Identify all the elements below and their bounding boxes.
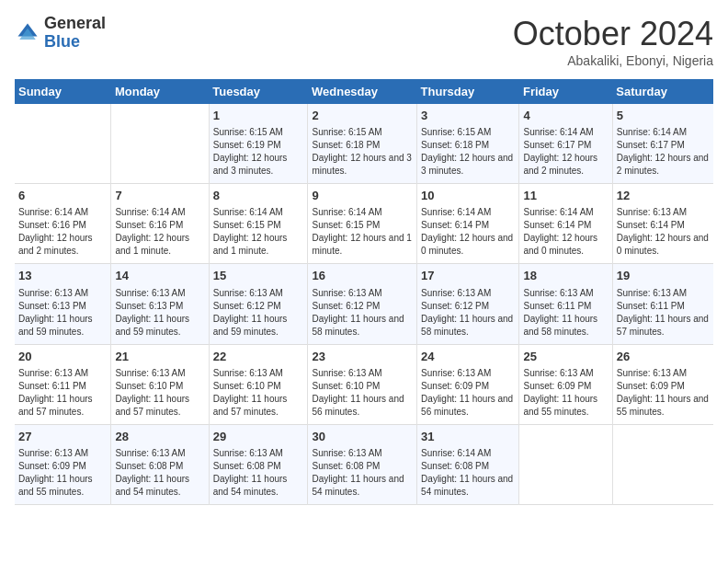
calendar-cell: 14Sunrise: 6:13 AM Sunset: 6:13 PM Dayli… (111, 264, 209, 344)
calendar-cell: 23Sunrise: 6:13 AM Sunset: 6:10 PM Dayli… (308, 344, 417, 424)
day-number: 13 (18, 268, 107, 284)
calendar-cell (519, 424, 612, 504)
calendar-cell: 11Sunrise: 6:14 AM Sunset: 6:14 PM Dayli… (519, 184, 612, 264)
day-number: 3 (421, 108, 515, 124)
calendar-cell: 10Sunrise: 6:14 AM Sunset: 6:14 PM Dayli… (417, 184, 519, 264)
day-number: 18 (523, 268, 608, 284)
location-subtitle: Abakaliki, Ebonyi, Nigeria (513, 53, 713, 68)
calendar-cell: 27Sunrise: 6:13 AM Sunset: 6:09 PM Dayli… (15, 424, 111, 504)
day-number: 25 (523, 349, 608, 365)
day-info: Sunrise: 6:13 AM Sunset: 6:12 PM Dayligh… (312, 287, 413, 339)
calendar-cell: 7Sunrise: 6:14 AM Sunset: 6:16 PM Daylig… (111, 184, 209, 264)
day-info: Sunrise: 6:13 AM Sunset: 6:12 PM Dayligh… (421, 287, 515, 339)
day-number: 4 (523, 108, 608, 124)
day-number: 29 (213, 429, 304, 445)
calendar-week-row: 1Sunrise: 6:15 AM Sunset: 6:19 PM Daylig… (15, 104, 713, 184)
col-friday: Friday (519, 79, 612, 104)
calendar-cell: 12Sunrise: 6:13 AM Sunset: 6:14 PM Dayli… (612, 184, 713, 264)
day-number: 9 (312, 188, 413, 204)
calendar-cell: 13Sunrise: 6:13 AM Sunset: 6:13 PM Dayli… (15, 264, 111, 344)
calendar-cell: 17Sunrise: 6:13 AM Sunset: 6:12 PM Dayli… (417, 264, 519, 344)
calendar-cell: 25Sunrise: 6:13 AM Sunset: 6:09 PM Dayli… (519, 344, 612, 424)
calendar-week-row: 6Sunrise: 6:14 AM Sunset: 6:16 PM Daylig… (15, 184, 713, 264)
calendar-cell: 26Sunrise: 6:13 AM Sunset: 6:09 PM Dayli… (612, 344, 713, 424)
calendar-cell: 16Sunrise: 6:13 AM Sunset: 6:12 PM Dayli… (308, 264, 417, 344)
calendar-cell: 29Sunrise: 6:13 AM Sunset: 6:08 PM Dayli… (209, 424, 308, 504)
day-number: 24 (421, 349, 515, 365)
title-area: October 2024 Abakaliki, Ebonyi, Nigeria (513, 15, 713, 68)
day-number: 1 (213, 108, 304, 124)
calendar-cell: 9Sunrise: 6:14 AM Sunset: 6:15 PM Daylig… (308, 184, 417, 264)
day-number: 27 (18, 429, 107, 445)
day-info: Sunrise: 6:14 AM Sunset: 6:14 PM Dayligh… (421, 206, 515, 258)
calendar-week-row: 27Sunrise: 6:13 AM Sunset: 6:09 PM Dayli… (15, 424, 713, 504)
day-number: 17 (421, 268, 515, 284)
day-number: 21 (115, 349, 204, 365)
day-number: 10 (421, 188, 515, 204)
day-info: Sunrise: 6:13 AM Sunset: 6:08 PM Dayligh… (213, 447, 304, 499)
day-info: Sunrise: 6:15 AM Sunset: 6:19 PM Dayligh… (213, 126, 304, 178)
logo: General Blue (15, 15, 106, 52)
day-info: Sunrise: 6:14 AM Sunset: 6:16 PM Dayligh… (115, 206, 204, 258)
day-info: Sunrise: 6:14 AM Sunset: 6:17 PM Dayligh… (523, 126, 608, 178)
day-number: 16 (312, 268, 413, 284)
col-wednesday: Wednesday (308, 79, 417, 104)
logo-general: General (44, 15, 106, 33)
calendar-cell: 20Sunrise: 6:13 AM Sunset: 6:11 PM Dayli… (15, 344, 111, 424)
calendar-cell: 28Sunrise: 6:13 AM Sunset: 6:08 PM Dayli… (111, 424, 209, 504)
header-row: Sunday Monday Tuesday Wednesday Thursday… (15, 79, 713, 104)
day-info: Sunrise: 6:13 AM Sunset: 6:09 PM Dayligh… (421, 367, 515, 419)
day-info: Sunrise: 6:13 AM Sunset: 6:09 PM Dayligh… (523, 367, 608, 419)
calendar-cell: 30Sunrise: 6:13 AM Sunset: 6:08 PM Dayli… (308, 424, 417, 504)
day-info: Sunrise: 6:13 AM Sunset: 6:10 PM Dayligh… (213, 367, 304, 419)
col-saturday: Saturday (612, 79, 713, 104)
calendar-cell: 18Sunrise: 6:13 AM Sunset: 6:11 PM Dayli… (519, 264, 612, 344)
day-info: Sunrise: 6:15 AM Sunset: 6:18 PM Dayligh… (421, 126, 515, 178)
day-info: Sunrise: 6:14 AM Sunset: 6:17 PM Dayligh… (617, 126, 710, 178)
day-number: 19 (617, 268, 710, 284)
day-info: Sunrise: 6:14 AM Sunset: 6:15 PM Dayligh… (213, 206, 304, 258)
calendar-header: Sunday Monday Tuesday Wednesday Thursday… (15, 79, 713, 104)
month-title: October 2024 (513, 15, 713, 53)
calendar-week-row: 20Sunrise: 6:13 AM Sunset: 6:11 PM Dayli… (15, 344, 713, 424)
day-number: 8 (213, 188, 304, 204)
calendar-cell: 5Sunrise: 6:14 AM Sunset: 6:17 PM Daylig… (612, 104, 713, 184)
calendar-cell: 21Sunrise: 6:13 AM Sunset: 6:10 PM Dayli… (111, 344, 209, 424)
calendar-cell: 19Sunrise: 6:13 AM Sunset: 6:11 PM Dayli… (612, 264, 713, 344)
calendar-cell: 24Sunrise: 6:13 AM Sunset: 6:09 PM Dayli… (417, 344, 519, 424)
calendar-cell: 31Sunrise: 6:14 AM Sunset: 6:08 PM Dayli… (417, 424, 519, 504)
day-info: Sunrise: 6:13 AM Sunset: 6:08 PM Dayligh… (312, 447, 413, 499)
day-number: 12 (617, 188, 710, 204)
logo-icon (15, 20, 40, 46)
calendar-cell (111, 104, 209, 184)
day-number: 31 (421, 429, 515, 445)
day-info: Sunrise: 6:13 AM Sunset: 6:13 PM Dayligh… (18, 287, 107, 339)
calendar-cell: 15Sunrise: 6:13 AM Sunset: 6:12 PM Dayli… (209, 264, 308, 344)
logo-blue: Blue (44, 33, 106, 52)
calendar-body: 1Sunrise: 6:15 AM Sunset: 6:19 PM Daylig… (15, 104, 713, 504)
day-info: Sunrise: 6:13 AM Sunset: 6:12 PM Dayligh… (213, 287, 304, 339)
logo-text: General Blue (44, 15, 106, 52)
day-number: 20 (18, 349, 107, 365)
col-monday: Monday (111, 79, 209, 104)
calendar-week-row: 13Sunrise: 6:13 AM Sunset: 6:13 PM Dayli… (15, 264, 713, 344)
col-tuesday: Tuesday (209, 79, 308, 104)
calendar-cell (15, 104, 111, 184)
calendar-cell: 4Sunrise: 6:14 AM Sunset: 6:17 PM Daylig… (519, 104, 612, 184)
calendar-cell (612, 424, 713, 504)
day-info: Sunrise: 6:15 AM Sunset: 6:18 PM Dayligh… (312, 126, 413, 178)
day-info: Sunrise: 6:13 AM Sunset: 6:11 PM Dayligh… (18, 367, 107, 419)
day-info: Sunrise: 6:14 AM Sunset: 6:08 PM Dayligh… (421, 447, 515, 499)
day-info: Sunrise: 6:13 AM Sunset: 6:13 PM Dayligh… (115, 287, 204, 339)
day-info: Sunrise: 6:13 AM Sunset: 6:10 PM Dayligh… (115, 367, 204, 419)
day-info: Sunrise: 6:13 AM Sunset: 6:14 PM Dayligh… (617, 206, 710, 258)
day-info: Sunrise: 6:13 AM Sunset: 6:11 PM Dayligh… (523, 287, 608, 339)
calendar-cell: 6Sunrise: 6:14 AM Sunset: 6:16 PM Daylig… (15, 184, 111, 264)
page-header: General Blue October 2024 Abakaliki, Ebo… (15, 15, 713, 68)
day-info: Sunrise: 6:13 AM Sunset: 6:09 PM Dayligh… (617, 367, 710, 419)
calendar-cell: 1Sunrise: 6:15 AM Sunset: 6:19 PM Daylig… (209, 104, 308, 184)
day-info: Sunrise: 6:13 AM Sunset: 6:11 PM Dayligh… (617, 287, 710, 339)
col-sunday: Sunday (15, 79, 111, 104)
calendar-cell: 8Sunrise: 6:14 AM Sunset: 6:15 PM Daylig… (209, 184, 308, 264)
day-number: 23 (312, 349, 413, 365)
